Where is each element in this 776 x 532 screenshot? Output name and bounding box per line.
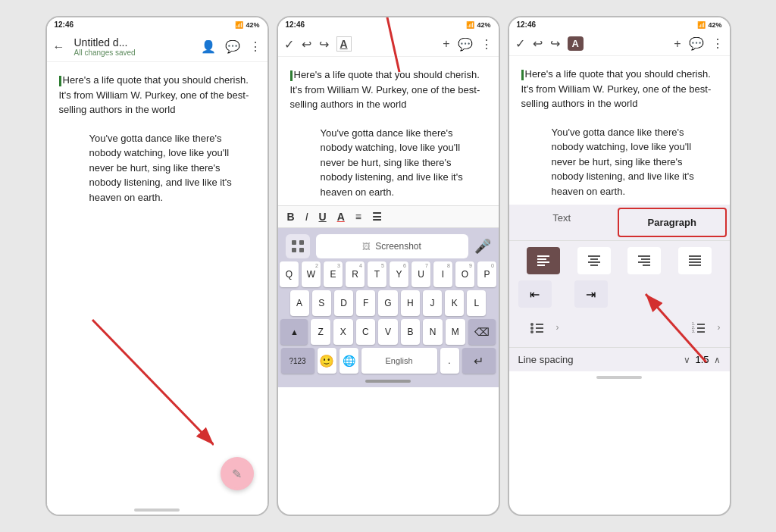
key-m[interactable]: M	[446, 319, 465, 345]
align-center-button[interactable]	[577, 247, 611, 274]
person-add-icon[interactable]: 👤	[201, 39, 216, 54]
key-t[interactable]: T5	[368, 261, 386, 287]
key-o[interactable]: O9	[455, 261, 474, 287]
formatting-panel: Text Paragraph ⇤	[509, 205, 730, 371]
key-l[interactable]: L	[467, 290, 486, 316]
format-text-icon[interactable]: A	[336, 36, 352, 52]
list-row: › 1.2.3. ›	[509, 314, 730, 347]
key-r[interactable]: R4	[346, 261, 365, 287]
redo-icon[interactable]: ↪	[319, 37, 329, 52]
mic-icon[interactable]: 🎤	[474, 238, 491, 255]
emoji-key[interactable]: 🙂	[318, 348, 336, 374]
underline-button[interactable]: U	[319, 211, 327, 223]
line-spacing-row: Line spacing ∨ 1.5 ∧	[509, 347, 730, 371]
add-icon[interactable]: +	[443, 37, 449, 51]
key-a[interactable]: A	[290, 290, 309, 316]
line-spacing-down[interactable]: ∨	[684, 355, 690, 365]
battery-1: 📶 42%	[235, 21, 259, 29]
key-u[interactable]: U7	[411, 261, 430, 287]
format-text-icon-3[interactable]: A	[568, 36, 584, 51]
paragraph-1: Here's a life quote that you should cher…	[59, 73, 255, 117]
align-left-button[interactable]	[527, 247, 560, 274]
key-b[interactable]: B	[401, 319, 421, 345]
more-icon-2[interactable]: ⋮	[480, 37, 493, 52]
align-justify-button[interactable]	[678, 247, 712, 274]
time-1: 12:46	[55, 20, 74, 29]
delete-key[interactable]: ⌫	[468, 319, 496, 345]
comment-icon-2[interactable]: 💬	[458, 37, 473, 52]
period-key[interactable]: .	[440, 348, 459, 374]
key-h[interactable]: H	[401, 290, 420, 316]
enter-key[interactable]: ↵	[462, 348, 496, 374]
undo-icon-3[interactable]: ↩	[533, 36, 543, 51]
key-row-3: ▲ Z X C V B N M ⌫	[281, 319, 496, 345]
indent-decrease-button[interactable]: ⇤	[518, 280, 552, 308]
key-row-4: ?123 🙂 🌐 English . ↵	[281, 348, 496, 374]
key-g[interactable]: G	[378, 290, 397, 316]
align-button[interactable]: ≡	[355, 211, 361, 223]
green-bar-2	[290, 70, 293, 81]
key-v[interactable]: V	[378, 319, 398, 345]
app-grid-button[interactable]	[286, 234, 310, 258]
list-numbered-chevron[interactable]: ›	[718, 322, 721, 333]
fab-button[interactable]: ✎	[221, 457, 254, 490]
indent-increase-button[interactable]: ⇥	[574, 280, 608, 308]
redo-icon-3[interactable]: ↪	[550, 36, 560, 51]
key-i[interactable]: I8	[433, 261, 452, 287]
key-w[interactable]: W2	[302, 261, 321, 287]
phone-1: 12:46 📶 42% ← Untitled d... All changes …	[45, 16, 269, 516]
key-p[interactable]: P0	[477, 261, 496, 287]
status-bar-1: 12:46 📶 42%	[47, 17, 268, 32]
line-spacing-value: 1.5	[695, 354, 709, 365]
key-s[interactable]: S	[312, 290, 331, 316]
back-icon[interactable]: ←	[53, 40, 65, 54]
screenshot-button[interactable]: 🖼 Screenshot	[316, 234, 468, 258]
line-spacing-up[interactable]: ∧	[714, 355, 721, 365]
list-button[interactable]: ☰	[372, 211, 382, 223]
space-key[interactable]: English	[361, 348, 437, 374]
list-numbered-button[interactable]: 1.2.3.	[680, 314, 718, 341]
tab-text[interactable]: Text	[509, 205, 615, 240]
key-d[interactable]: D	[334, 290, 353, 316]
list-bullet-button[interactable]	[518, 314, 556, 341]
key-z[interactable]: Z	[311, 319, 330, 345]
tab-paragraph[interactable]: Paragraph	[618, 208, 727, 237]
color-button[interactable]: A	[337, 211, 345, 223]
keyboard: 🖼 Screenshot 🎤 Q W2 E3 R4 T5 Y6 U7 I8 O9…	[278, 228, 499, 387]
align-row	[509, 241, 730, 280]
key-e[interactable]: E3	[324, 261, 343, 287]
key-n[interactable]: N	[423, 319, 443, 345]
numbers-key[interactable]: ?123	[281, 348, 314, 374]
key-j[interactable]: J	[423, 290, 442, 316]
key-x[interactable]: X	[333, 319, 353, 345]
italic-button[interactable]: I	[305, 211, 308, 223]
svg-rect-6	[292, 248, 296, 252]
svg-rect-5	[299, 240, 304, 245]
key-f[interactable]: F	[356, 290, 375, 316]
format-bar: B I U A ≡ ☰	[278, 205, 499, 228]
undo-icon[interactable]: ↩	[302, 37, 311, 52]
check-icon[interactable]: ✓	[284, 37, 294, 52]
line-spacing-controls: ∨ 1.5 ∧	[684, 354, 720, 365]
bold-button[interactable]: B	[287, 211, 295, 223]
shift-key[interactable]: ▲	[280, 319, 308, 345]
add-icon-3[interactable]: +	[674, 37, 681, 51]
indent-row: ⇤ ⇥	[509, 280, 730, 314]
svg-rect-7	[299, 248, 304, 252]
check-icon-3[interactable]: ✓	[515, 36, 525, 51]
key-k[interactable]: K	[445, 290, 464, 316]
comment-icon-3[interactable]: 💬	[689, 36, 704, 51]
globe-key[interactable]: 🌐	[340, 348, 358, 374]
align-right-button[interactable]	[627, 247, 661, 274]
battery-2: 📶 42%	[466, 21, 490, 29]
toolbar-2: ✓ ↩ ↪ A + 💬 ⋮	[278, 32, 499, 57]
comment-icon[interactable]: 💬	[225, 39, 240, 54]
doc-content-2: Here's a life quote that you should cher…	[278, 57, 499, 205]
key-q[interactable]: Q	[280, 261, 299, 287]
key-y[interactable]: Y6	[390, 261, 408, 287]
list-bullet-chevron[interactable]: ›	[556, 322, 559, 333]
key-c[interactable]: C	[356, 319, 376, 345]
toolbar-1: ← Untitled d... All changes saved 👤 💬 ⋮	[47, 32, 268, 62]
more-icon[interactable]: ⋮	[249, 39, 261, 54]
more-icon-3[interactable]: ⋮	[712, 36, 724, 51]
